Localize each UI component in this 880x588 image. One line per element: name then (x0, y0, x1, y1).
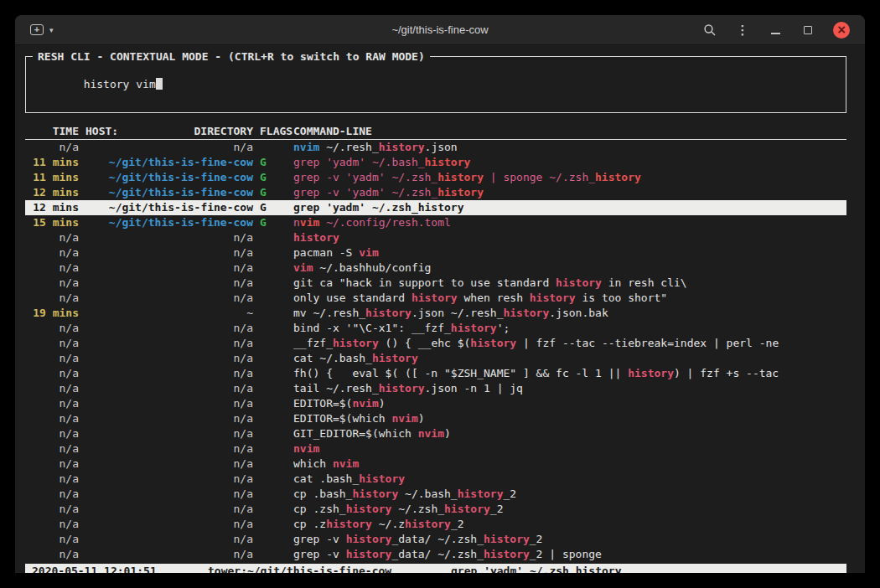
row-flags (253, 381, 293, 396)
row-command: mv ~/.resh_history.json ~/.resh_history.… (293, 306, 846, 321)
minimize-button[interactable] (768, 23, 783, 38)
history-rows: n/an/anvim ~/.resh_history.json11 mins~/… (25, 140, 846, 562)
terminal-window: ▾ ~/git/this-is-fine-cow ⋮ × RESH CLI - … (15, 15, 865, 573)
history-row[interactable]: 11 mins~/git/this-is-fine-cowGgrep 'yadm… (25, 155, 846, 170)
history-row[interactable]: n/an/agrep -v history_data/ ~/.zsh_histo… (25, 547, 846, 562)
history-row[interactable]: n/an/avim ~/.bashhub/config (25, 260, 846, 276)
row-flags (253, 411, 293, 426)
history-row[interactable]: n/an/acat ~/.bash_history (25, 351, 846, 366)
history-row[interactable]: n/an/atail ~/.resh_history.json -n 1 | j… (25, 381, 846, 396)
row-flags: G (253, 200, 293, 215)
row-flags (253, 472, 293, 487)
row-directory: ~/git/this-is-fine-cow (79, 155, 253, 170)
history-row[interactable]: n/an/anvim ~/.resh_history.json (25, 140, 846, 155)
kebab-menu-icon[interactable]: ⋮ (735, 23, 750, 38)
row-command: which nvim (293, 456, 846, 472)
history-row[interactable]: 12 mins~/git/this-is-fine-cowGgrep -v 'y… (25, 185, 846, 200)
row-flags (253, 547, 293, 562)
selected-entry-host-dir: tower:~/git/this-is-fine-cow (208, 564, 451, 573)
row-directory: n/a (79, 260, 253, 276)
close-icon: × (836, 23, 846, 35)
row-time: 11 mins (25, 155, 79, 170)
history-row[interactable]: 11 mins~/git/this-is-fine-cowGgrep -v 'y… (25, 170, 846, 185)
history-row-selected[interactable]: 12 mins~/git/this-is-fine-cowGgrep 'yadm… (25, 200, 846, 215)
history-row[interactable]: n/an/agrep -v history_data/ ~/.zsh_histo… (25, 532, 846, 547)
row-directory: n/a (79, 351, 253, 366)
close-button[interactable]: × (833, 22, 850, 39)
row-command: tail ~/.resh_history.json -n 1 | jq (293, 381, 846, 396)
resh-mode-title: RESH CLI - CONTEXTUAL MODE - (CTRL+R to … (33, 49, 430, 64)
row-flags (253, 336, 293, 351)
row-flags: G (253, 170, 293, 185)
row-time: 15 mins (25, 215, 79, 230)
row-directory: n/a (79, 487, 253, 502)
history-row[interactable]: n/an/a__fzf_history () { __ehc $(history… (25, 336, 846, 351)
history-row[interactable]: n/an/ahistory (25, 230, 846, 245)
row-time: n/a (25, 456, 79, 472)
row-directory: n/a (79, 366, 253, 381)
history-row[interactable]: n/an/acp .zsh_history ~/.zsh_history_2 (25, 502, 846, 517)
text-cursor (156, 78, 163, 90)
titlebar[interactable]: ▾ ~/git/this-is-fine-cow ⋮ × (15, 15, 865, 45)
search-input[interactable]: history vim (31, 62, 841, 107)
row-command: __fzf_history () { __ehc $(history | fzf… (293, 336, 846, 351)
row-time: n/a (25, 487, 79, 502)
row-flags: G (253, 185, 293, 200)
history-row[interactable]: 15 mins~/git/this-is-fine-cowGnvim ~/.co… (25, 215, 846, 230)
row-time: n/a (25, 441, 79, 456)
row-command: grep 'yadm' ~/.zsh_history (293, 200, 846, 215)
row-time: n/a (25, 502, 79, 517)
history-row[interactable]: n/an/acp .zhistory ~/.zhistory_2 (25, 517, 846, 532)
history-row[interactable]: n/an/acp .bash_history ~/.bash_history_2 (25, 487, 846, 502)
history-row[interactable]: n/an/aonly use standard history when res… (25, 291, 846, 306)
row-directory: n/a (79, 321, 253, 336)
restore-button[interactable] (800, 23, 815, 38)
row-directory: n/a (79, 140, 253, 155)
row-time: n/a (25, 140, 79, 155)
row-command: cat ~/.bash_history (293, 351, 846, 366)
row-time: n/a (25, 426, 79, 441)
row-flags (253, 276, 293, 291)
row-flags (253, 230, 293, 245)
search-icon[interactable] (702, 23, 717, 38)
history-row[interactable]: n/an/anvim (25, 441, 846, 456)
row-flags (253, 306, 293, 321)
row-flags (253, 456, 293, 472)
history-row[interactable]: n/an/apacman -S vim (25, 245, 846, 260)
row-time: n/a (25, 411, 79, 426)
history-row[interactable]: n/an/aEDITOR=$(nvim) (25, 396, 846, 411)
header-host-directory: HOST:DIRECTORY (79, 124, 253, 139)
history-row[interactable]: n/an/acat .bash_history (25, 472, 846, 487)
row-flags (253, 396, 293, 411)
row-time: n/a (25, 472, 79, 487)
row-directory: n/a (79, 291, 253, 306)
history-row[interactable]: n/an/awhich nvim (25, 456, 846, 472)
row-command: fh() { eval $( ([ -n "$ZSH_NAME" ] && fc… (293, 366, 846, 381)
row-directory: n/a (79, 441, 253, 456)
new-terminal-icon (30, 24, 44, 35)
row-time: 11 mins (25, 170, 79, 185)
row-directory: n/a (79, 426, 253, 441)
history-row[interactable]: n/an/aGIT_EDITOR=$(which nvim) (25, 426, 846, 441)
resh-search-box: RESH CLI - CONTEXTUAL MODE - (CTRL+R to … (25, 56, 846, 113)
row-time: n/a (25, 381, 79, 396)
header-time: TIME (25, 124, 79, 139)
search-query-text: history vim (84, 78, 156, 90)
row-directory: n/a (79, 502, 253, 517)
history-row[interactable]: n/an/abind -x '"\C-x1": __fzf_history'; (25, 321, 846, 336)
history-row[interactable]: n/an/afh() { eval $( ([ -n "$ZSH_NAME" ]… (25, 366, 846, 381)
row-flags (253, 532, 293, 547)
row-flags (253, 426, 293, 441)
header-command-line: COMMAND-LINE (293, 124, 846, 139)
row-directory: ~/git/this-is-fine-cow (79, 200, 253, 215)
history-row[interactable]: 19 mins~mv ~/.resh_history.json ~/.resh_… (25, 306, 846, 321)
history-row[interactable]: n/an/aEDITOR=$(which nvim) (25, 411, 846, 426)
history-row[interactable]: n/an/agit ca "hack in support to use sta… (25, 276, 846, 291)
row-directory: n/a (79, 547, 253, 562)
header-flags: FLAGS (253, 124, 293, 139)
new-terminal-button[interactable]: ▾ (30, 24, 54, 35)
terminal-content[interactable]: RESH CLI - CONTEXTUAL MODE - (CTRL+R to … (15, 45, 865, 573)
row-directory: n/a (79, 381, 253, 396)
row-command: grep -v 'yadm' ~/.zsh_history (293, 185, 846, 200)
row-command: nvim ~/.resh_history.json (293, 140, 846, 155)
